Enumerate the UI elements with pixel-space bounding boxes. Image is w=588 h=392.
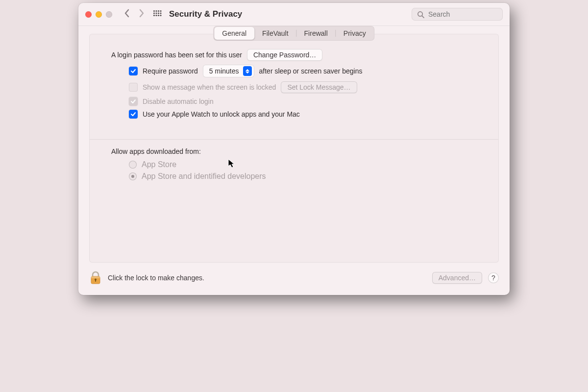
- radio-appstore: [129, 161, 137, 169]
- content-area: General FileVault Firewall Privacy A log…: [78, 26, 510, 263]
- footer: Click the lock to make changes. Advanced…: [78, 263, 510, 295]
- search-input[interactable]: [428, 10, 497, 18]
- svg-point-1: [155, 10, 157, 12]
- svg-point-10: [158, 15, 159, 16]
- window-controls: [85, 11, 112, 18]
- svg-point-7: [160, 12, 161, 14]
- show-all-icon[interactable]: [152, 9, 162, 19]
- login-password-label: A login password has been set for this u…: [111, 51, 242, 59]
- help-button[interactable]: ?: [488, 272, 499, 283]
- apple-watch-label: Use your Apple Watch to unlock apps and …: [143, 110, 300, 118]
- require-password-row: Require password 5 minutes after sleep o…: [129, 65, 477, 77]
- tab-privacy[interactable]: Privacy: [336, 27, 374, 40]
- divider: [90, 139, 498, 140]
- require-password-delay-value: 5 minutes: [209, 67, 239, 75]
- show-message-label: Show a message when the screen is locked: [143, 83, 276, 91]
- general-panel: A login password has been set for this u…: [90, 42, 498, 262]
- minimize-window-button[interactable]: [96, 11, 102, 18]
- svg-point-4: [153, 12, 155, 14]
- titlebar: Security & Privacy: [78, 3, 510, 26]
- require-password-delay-select[interactable]: 5 minutes: [203, 65, 254, 77]
- svg-point-9: [155, 15, 157, 16]
- svg-point-3: [160, 10, 161, 12]
- tab-firewall[interactable]: Firewall: [296, 27, 336, 40]
- require-password-label: Require password: [143, 67, 198, 75]
- disable-auto-login-label: Disable automatic login: [143, 98, 214, 105]
- forward-button[interactable]: [139, 9, 145, 20]
- preferences-window: Security & Privacy General FileVault Fir…: [78, 3, 510, 295]
- search-icon: [417, 11, 424, 18]
- svg-line-13: [422, 16, 424, 18]
- tab-general[interactable]: General: [214, 27, 254, 40]
- stepper-icon: [243, 66, 252, 76]
- tab-filevault[interactable]: FileVault: [254, 27, 296, 40]
- svg-point-0: [153, 10, 155, 12]
- svg-rect-15: [91, 276, 100, 278]
- advanced-button[interactable]: Advanced…: [432, 272, 482, 284]
- back-button[interactable]: [124, 9, 130, 20]
- allow-downloads-title: Allow apps downloaded from:: [111, 147, 477, 155]
- svg-point-5: [155, 12, 157, 14]
- close-window-button[interactable]: [85, 11, 92, 18]
- apple-watch-checkbox[interactable]: [129, 110, 138, 119]
- lock-hint: Click the lock to make changes.: [108, 274, 204, 282]
- require-password-checkbox[interactable]: [129, 67, 138, 75]
- after-sleep-label: after sleep or screen saver begins: [259, 67, 363, 75]
- show-message-checkbox: [129, 83, 138, 92]
- show-message-row: Show a message when the screen is locked…: [129, 81, 477, 93]
- lock-icon[interactable]: [89, 270, 102, 285]
- settings-panel: General FileVault Firewall Privacy A log…: [89, 34, 499, 263]
- radio-appstore-dev-label: App Store and identified developers: [142, 172, 266, 181]
- search-field[interactable]: [412, 8, 503, 21]
- radio-appstore-dev-row: App Store and identified developers: [129, 172, 477, 181]
- disable-auto-login-row: Disable automatic login: [129, 97, 477, 106]
- change-password-button[interactable]: Change Password…: [247, 49, 322, 61]
- svg-point-6: [158, 12, 159, 14]
- svg-rect-17: [95, 280, 96, 282]
- disable-auto-login-checkbox: [129, 97, 138, 106]
- radio-appstore-row: App Store: [129, 160, 477, 169]
- apple-watch-row: Use your Apple Watch to unlock apps and …: [129, 110, 477, 119]
- radio-appstore-developers: [129, 172, 137, 180]
- zoom-window-button[interactable]: [106, 11, 112, 18]
- svg-point-2: [158, 10, 159, 12]
- radio-appstore-label: App Store: [142, 160, 176, 169]
- set-lock-message-button: Set Lock Message…: [281, 81, 357, 93]
- window-title: Security & Privacy: [169, 9, 242, 19]
- svg-point-8: [153, 15, 155, 16]
- nav-arrows: [121, 9, 147, 20]
- tab-bar: General FileVault Firewall Privacy: [213, 26, 374, 41]
- svg-point-11: [160, 15, 161, 16]
- login-password-row: A login password has been set for this u…: [111, 49, 477, 61]
